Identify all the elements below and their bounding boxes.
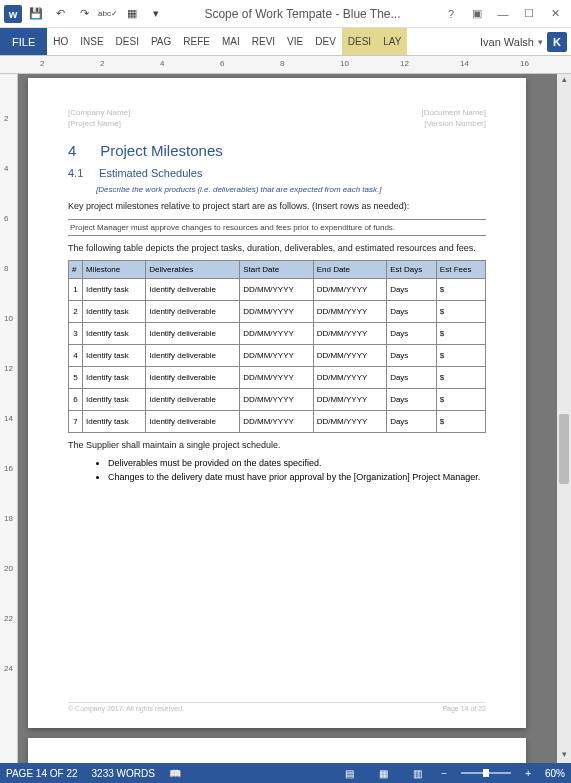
tab-design[interactable]: DESI bbox=[110, 28, 145, 55]
table-cell[interactable]: 5 bbox=[69, 367, 83, 389]
table-cell[interactable]: Days bbox=[387, 301, 437, 323]
tab-developer[interactable]: DEV bbox=[309, 28, 342, 55]
milestones-table[interactable]: #MilestoneDeliverablesStart DateEnd Date… bbox=[68, 260, 486, 433]
user-menu-dropdown-icon[interactable]: ▾ bbox=[538, 37, 543, 47]
tab-insert[interactable]: INSE bbox=[74, 28, 109, 55]
vertical-scrollbar[interactable]: ▴ ▾ bbox=[557, 74, 571, 763]
user-name[interactable]: Ivan Walsh bbox=[480, 36, 534, 48]
table-cell[interactable]: DD/MM/YYYY bbox=[240, 301, 313, 323]
table-row[interactable]: 6Identify taskIdentify deliverableDD/MM/… bbox=[69, 389, 486, 411]
table-cell[interactable]: DD/MM/YYYY bbox=[240, 389, 313, 411]
scroll-down-icon[interactable]: ▾ bbox=[557, 749, 571, 763]
table-row[interactable]: 7Identify taskIdentify deliverableDD/MM/… bbox=[69, 411, 486, 433]
table-cell[interactable]: Days bbox=[387, 411, 437, 433]
table-cell[interactable]: 7 bbox=[69, 411, 83, 433]
zoom-slider[interactable] bbox=[461, 772, 511, 774]
table-cell[interactable]: Identify task bbox=[83, 367, 146, 389]
insert-table-button[interactable]: ▦ bbox=[122, 4, 142, 24]
table-row[interactable]: 1Identify taskIdentify deliverableDD/MM/… bbox=[69, 279, 486, 301]
table-cell[interactable]: DD/MM/YYYY bbox=[313, 367, 386, 389]
table-cell[interactable]: 2 bbox=[69, 301, 83, 323]
vertical-ruler[interactable]: 2 4 6 8 10 12 14 16 18 20 22 24 bbox=[0, 74, 18, 763]
table-cell[interactable]: Identify deliverable bbox=[146, 389, 240, 411]
next-page-peek[interactable] bbox=[28, 738, 526, 763]
document-page[interactable]: [Company Name] [Document Name] [Project … bbox=[28, 78, 526, 728]
table-cell[interactable]: Identify deliverable bbox=[146, 301, 240, 323]
table-cell[interactable]: DD/MM/YYYY bbox=[240, 345, 313, 367]
horizontal-ruler[interactable]: 2 2 4 6 8 10 12 14 16 bbox=[0, 56, 571, 74]
ribbon-display-button[interactable]: ▣ bbox=[465, 4, 489, 24]
tab-table-design[interactable]: DESI bbox=[342, 28, 377, 55]
status-words[interactable]: 3233 WORDS bbox=[92, 768, 155, 779]
zoom-out-button[interactable]: − bbox=[441, 768, 447, 779]
table-cell[interactable]: DD/MM/YYYY bbox=[240, 367, 313, 389]
table-cell[interactable]: DD/MM/YYYY bbox=[313, 279, 386, 301]
spellcheck-button[interactable]: abc✓ bbox=[98, 4, 118, 24]
table-cell[interactable]: $ bbox=[436, 367, 485, 389]
table-cell[interactable]: Identify task bbox=[83, 345, 146, 367]
user-avatar[interactable]: K bbox=[547, 32, 567, 52]
table-cell[interactable]: Identify task bbox=[83, 323, 146, 345]
table-cell[interactable]: $ bbox=[436, 345, 485, 367]
table-cell[interactable]: 6 bbox=[69, 389, 83, 411]
table-cell[interactable]: Days bbox=[387, 367, 437, 389]
tab-home[interactable]: HO bbox=[47, 28, 74, 55]
table-cell[interactable]: Days bbox=[387, 345, 437, 367]
table-cell[interactable]: DD/MM/YYYY bbox=[240, 323, 313, 345]
tab-mailings[interactable]: MAI bbox=[216, 28, 246, 55]
tab-page-layout[interactable]: PAG bbox=[145, 28, 177, 55]
scroll-thumb[interactable] bbox=[559, 414, 569, 484]
table-cell[interactable]: DD/MM/YYYY bbox=[313, 389, 386, 411]
table-row[interactable]: 2Identify taskIdentify deliverableDD/MM/… bbox=[69, 301, 486, 323]
table-cell[interactable]: Identify task bbox=[83, 301, 146, 323]
tab-view[interactable]: VIE bbox=[281, 28, 309, 55]
tab-table-layout[interactable]: LAY bbox=[377, 28, 407, 55]
table-cell[interactable]: $ bbox=[436, 301, 485, 323]
table-cell[interactable]: Days bbox=[387, 279, 437, 301]
table-cell[interactable]: 1 bbox=[69, 279, 83, 301]
scroll-up-icon[interactable]: ▴ bbox=[557, 74, 571, 88]
table-row[interactable]: 3Identify taskIdentify deliverableDD/MM/… bbox=[69, 323, 486, 345]
maximize-button[interactable]: ☐ bbox=[517, 4, 541, 24]
save-button[interactable]: 💾 bbox=[26, 4, 46, 24]
redo-button[interactable]: ↷ bbox=[74, 4, 94, 24]
help-button[interactable]: ? bbox=[439, 4, 463, 24]
table-cell[interactable]: $ bbox=[436, 389, 485, 411]
table-cell[interactable]: DD/MM/YYYY bbox=[313, 323, 386, 345]
table-cell[interactable]: 4 bbox=[69, 345, 83, 367]
tab-review[interactable]: REVI bbox=[246, 28, 281, 55]
web-layout-button[interactable]: ▥ bbox=[407, 766, 427, 780]
minimize-button[interactable]: — bbox=[491, 4, 515, 24]
undo-button[interactable]: ↶ bbox=[50, 4, 70, 24]
table-cell[interactable]: Identify deliverable bbox=[146, 279, 240, 301]
file-tab[interactable]: FILE bbox=[0, 28, 47, 55]
table-cell[interactable]: Identify deliverable bbox=[146, 345, 240, 367]
table-cell[interactable]: DD/MM/YYYY bbox=[313, 301, 386, 323]
tab-references[interactable]: REFE bbox=[177, 28, 216, 55]
zoom-in-button[interactable]: + bbox=[525, 768, 531, 779]
table-cell[interactable]: DD/MM/YYYY bbox=[240, 279, 313, 301]
proofing-icon[interactable]: 📖 bbox=[169, 768, 181, 779]
qat-customize-button[interactable]: ▾ bbox=[146, 4, 166, 24]
table-cell[interactable]: $ bbox=[436, 279, 485, 301]
table-cell[interactable]: Identify deliverable bbox=[146, 367, 240, 389]
table-cell[interactable]: Identify deliverable bbox=[146, 411, 240, 433]
table-row[interactable]: 4Identify taskIdentify deliverableDD/MM/… bbox=[69, 345, 486, 367]
table-cell[interactable]: Identify task bbox=[83, 389, 146, 411]
table-cell[interactable]: Identify task bbox=[83, 411, 146, 433]
table-cell[interactable]: Days bbox=[387, 389, 437, 411]
zoom-level[interactable]: 60% bbox=[545, 768, 565, 779]
table-row[interactable]: 5Identify taskIdentify deliverableDD/MM/… bbox=[69, 367, 486, 389]
table-cell[interactable]: $ bbox=[436, 411, 485, 433]
table-cell[interactable]: DD/MM/YYYY bbox=[313, 411, 386, 433]
table-cell[interactable]: DD/MM/YYYY bbox=[240, 411, 313, 433]
read-mode-button[interactable]: ▤ bbox=[339, 766, 359, 780]
table-cell[interactable]: $ bbox=[436, 323, 485, 345]
table-cell[interactable]: DD/MM/YYYY bbox=[313, 345, 386, 367]
print-layout-button[interactable]: ▦ bbox=[373, 766, 393, 780]
status-page[interactable]: PAGE 14 OF 22 bbox=[6, 768, 78, 779]
close-button[interactable]: ✕ bbox=[543, 4, 567, 24]
table-cell[interactable]: Identify task bbox=[83, 279, 146, 301]
table-cell[interactable]: Days bbox=[387, 323, 437, 345]
table-cell[interactable]: Identify deliverable bbox=[146, 323, 240, 345]
